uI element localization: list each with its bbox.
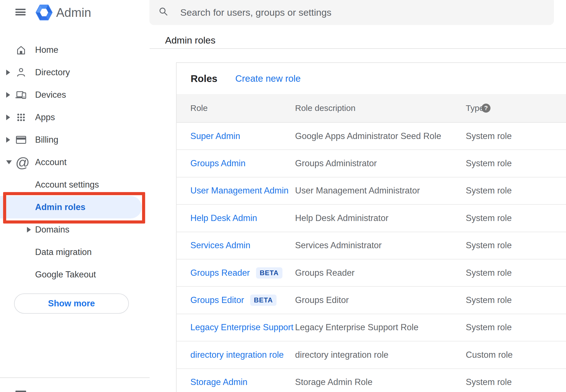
sidebar-item-domains[interactable]: Domains xyxy=(0,218,150,241)
role-type: System role xyxy=(466,259,556,286)
role-type: System role xyxy=(466,123,556,149)
role-description: Groups Editor xyxy=(295,287,464,313)
home-icon xyxy=(15,44,27,56)
table-header: Role Role description Type ? xyxy=(177,94,566,123)
role-description: Groups Administrator xyxy=(295,150,464,177)
role-description: Help Desk Administrator xyxy=(295,205,464,231)
role-link[interactable]: Groups Editor xyxy=(190,295,244,305)
expand-arrow-icon[interactable] xyxy=(6,160,12,164)
expand-arrow-icon[interactable] xyxy=(6,70,10,75)
role-description: Services Administrator xyxy=(295,232,464,259)
sidebar-item-account[interactable]: @ Account xyxy=(0,151,150,174)
sidebar-item-label: Account xyxy=(35,151,67,174)
search-input[interactable] xyxy=(180,2,532,22)
table-row: Services Admin Services Administrator Sy… xyxy=(177,232,566,259)
sidebar-item-label: Data migration xyxy=(35,241,92,263)
column-header-role: Role xyxy=(190,94,208,122)
expand-arrow-icon[interactable] xyxy=(6,115,10,120)
column-header-description: Role description xyxy=(295,94,355,122)
role-type: System role xyxy=(466,314,556,341)
sidebar-item-label: Apps xyxy=(35,106,55,129)
sidebar-item-label: Admin roles xyxy=(35,196,85,218)
role-type: System role xyxy=(466,177,556,204)
expand-arrow-icon[interactable] xyxy=(6,92,10,98)
table-row: Groups Admin Groups Administrator System… xyxy=(177,150,566,177)
beta-badge: BETA xyxy=(256,267,282,279)
role-link[interactable]: Groups Admin xyxy=(190,158,245,168)
sidebar-item-account-settings[interactable]: Account settings xyxy=(0,174,150,196)
sidebar-item-label: Google Takeout xyxy=(35,263,96,286)
hamburger-menu-icon[interactable] xyxy=(15,9,26,15)
sidebar-item-apps[interactable]: Apps xyxy=(0,106,150,129)
role-link[interactable]: Super Admin xyxy=(190,131,240,141)
sidebar-item-label: Home xyxy=(35,39,58,61)
role-description: Legacy Enterprise Support Role xyxy=(295,314,464,341)
role-description: Storage Admin Role xyxy=(295,369,464,392)
role-type: System role xyxy=(466,150,556,177)
billing-icon xyxy=(15,134,27,145)
sidebar-item-admin-roles[interactable]: Admin roles xyxy=(0,196,150,218)
show-more-button[interactable]: Show more xyxy=(14,293,129,314)
table-row: directory integration role directory int… xyxy=(177,341,566,369)
person-icon xyxy=(15,67,27,78)
partial-sidebar-icon xyxy=(15,391,26,392)
sidebar-bottom-divider xyxy=(0,377,150,378)
role-description: User Management Administrator xyxy=(295,177,464,204)
expand-arrow-icon[interactable] xyxy=(6,137,10,143)
roles-table-body: Super Admin Google Apps Administrator Se… xyxy=(177,123,566,392)
table-row: Storage Admin Storage Admin Role System … xyxy=(177,369,566,392)
table-row: Groups Editor BETA Groups Editor System … xyxy=(177,287,566,314)
sidebar-item-data-migration[interactable]: Data migration xyxy=(0,241,150,263)
role-link[interactable]: User Management Admin xyxy=(190,186,289,196)
google-admin-console: Admin Home Directory Devices Apps Billin… xyxy=(0,0,566,392)
role-type: Custom role xyxy=(466,341,556,368)
role-link[interactable]: Legacy Enterprise Support xyxy=(190,322,293,332)
role-type: System role xyxy=(466,205,556,231)
devices-icon xyxy=(15,89,27,101)
role-description: Groups Reader xyxy=(295,259,464,286)
sidebar-item-label: Domains xyxy=(35,218,69,241)
apps-icon xyxy=(15,112,27,123)
table-row: Groups Reader BETA Groups Reader System … xyxy=(177,259,566,287)
role-link[interactable]: Services Admin xyxy=(190,240,250,250)
role-link[interactable]: Help Desk Admin xyxy=(190,213,257,223)
sidebar-item-label: Account settings xyxy=(35,174,99,196)
table-row: User Management Admin User Management Ad… xyxy=(177,177,566,205)
card-title: Roles xyxy=(191,63,217,94)
role-type: System role xyxy=(466,232,556,259)
expand-arrow-icon[interactable] xyxy=(27,227,31,233)
roles-card: Roles Create new role Role Role descript… xyxy=(176,62,566,392)
search-icon xyxy=(158,6,169,17)
at-icon: @ xyxy=(15,157,27,168)
sidebar: Admin Home Directory Devices Apps Billin… xyxy=(0,0,150,392)
table-row: Super Admin Google Apps Administrator Se… xyxy=(177,123,566,150)
beta-badge: BETA xyxy=(250,295,277,306)
role-description: directory integration role xyxy=(295,341,464,368)
search-bar[interactable] xyxy=(149,0,554,25)
role-link[interactable]: Storage Admin xyxy=(190,377,247,387)
table-row: Legacy Enterprise Support Legacy Enterpr… xyxy=(177,314,566,341)
create-new-role-link[interactable]: Create new role xyxy=(235,63,301,94)
role-link[interactable]: Groups Reader xyxy=(190,268,250,278)
role-type: System role xyxy=(466,369,556,392)
sidebar-item-devices[interactable]: Devices xyxy=(0,84,150,106)
content-divider xyxy=(150,48,566,49)
role-link[interactable]: directory integration role xyxy=(190,350,284,360)
sidebar-item-label: Directory xyxy=(35,61,70,84)
sidebar-item-directory[interactable]: Directory xyxy=(0,61,150,84)
role-type: System role xyxy=(466,287,556,313)
role-description: Google Apps Administrator Seed Role xyxy=(295,123,464,149)
sidebar-item-billing[interactable]: Billing xyxy=(0,129,150,151)
table-row: Help Desk Admin Help Desk Administrator … xyxy=(177,205,566,232)
admin-logo-text: Admin xyxy=(56,0,91,25)
sidebar-item-label: Devices xyxy=(35,84,66,106)
sidebar-item-google-takeout[interactable]: Google Takeout xyxy=(0,263,150,286)
admin-logo-hexagon-icon xyxy=(36,4,53,21)
breadcrumb: Admin roles xyxy=(165,32,216,49)
card-header: Roles Create new role xyxy=(177,63,566,94)
sidebar-item-label: Billing xyxy=(35,129,58,151)
sidebar-item-home[interactable]: Home xyxy=(0,39,150,61)
help-icon[interactable]: ? xyxy=(481,104,490,113)
